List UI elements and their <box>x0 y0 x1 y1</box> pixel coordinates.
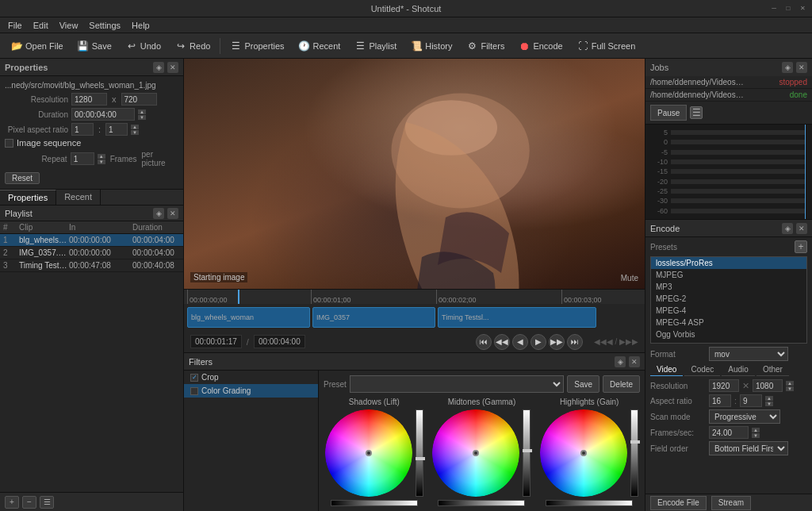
playhead[interactable] <box>238 290 239 304</box>
panel-float-btn[interactable]: ◈ <box>153 62 164 73</box>
jobs-float-btn[interactable]: ◈ <box>782 62 793 73</box>
highlights-dot[interactable] <box>580 450 587 456</box>
playlist-remove-btn[interactable]: − <box>22 496 36 509</box>
filters-button[interactable]: ⚙ Filters <box>460 36 511 56</box>
fps-input[interactable] <box>709 426 749 439</box>
encode-width-input[interactable] <box>709 379 739 392</box>
mute-button[interactable]: Mute <box>621 274 638 282</box>
panel-close-btn[interactable]: ✕ <box>167 62 178 73</box>
shadows-slider[interactable] <box>416 409 423 497</box>
duration-up[interactable]: ▲ <box>138 110 146 114</box>
res-down[interactable]: ▼ <box>786 386 794 391</box>
timeline-ruler[interactable]: 00:00:00;00 00:00:01;00 00:00:02;00 00:0… <box>184 290 645 304</box>
timeline-clip-3[interactable]: Timing Testsl... <box>438 307 596 328</box>
playlist-row[interactable]: 3 Timing Testsl... 00:00:47:08 00:00:40:… <box>0 259 183 272</box>
playlist-add-btn[interactable]: + <box>5 496 19 509</box>
maximize-btn[interactable]: □ <box>783 4 793 13</box>
preset-sony-psp[interactable]: Sony-PSP <box>651 340 806 344</box>
playlist-button[interactable]: ☰ Playlist <box>348 36 403 56</box>
shadows-slider-handle[interactable] <box>416 457 425 460</box>
preset-mp3[interactable]: MP3 <box>651 281 806 293</box>
open-file-button[interactable]: 📂 Open File <box>5 36 70 56</box>
goto-start-btn[interactable]: ⏮ <box>476 334 492 350</box>
encode-file-button[interactable]: Encode File <box>650 496 707 510</box>
menu-view[interactable]: View <box>55 18 83 33</box>
job-item-2[interactable]: /home/ddennedy/Videos/test.mov done <box>645 89 812 102</box>
save-preset-btn[interactable]: Save <box>567 375 599 393</box>
encode-button[interactable]: ⏺ Encode <box>512 36 569 56</box>
preset-ogg[interactable]: Ogg Vorbis <box>651 328 806 340</box>
ar-down[interactable]: ▼ <box>765 402 773 406</box>
tab-recent[interactable]: Recent <box>56 190 101 205</box>
goto-end-btn[interactable]: ⏭ <box>567 334 583 350</box>
preset-mpeg4asp[interactable]: MPEG-4 ASP <box>651 317 806 328</box>
shadows-bottom-slider[interactable] <box>331 500 418 506</box>
midtones-bottom-slider[interactable] <box>438 500 525 506</box>
filter-crop[interactable]: ✓ Crop <box>184 371 318 384</box>
shadows-wheel[interactable] <box>325 409 412 497</box>
playlist-menu-btn[interactable]: ☰ <box>40 496 54 509</box>
stream-button[interactable]: Stream <box>711 496 751 510</box>
fps-up[interactable]: ▲ <box>752 428 760 432</box>
add-preset-btn[interactable]: + <box>795 240 807 253</box>
filters-float-btn[interactable]: ◈ <box>615 356 626 367</box>
scan-mode-select[interactable]: Progressive <box>709 409 780 424</box>
reset-button[interactable]: Reset <box>5 172 40 184</box>
menu-help[interactable]: Help <box>127 18 155 33</box>
fullscreen-button[interactable]: ⛶ Full Screen <box>571 36 642 56</box>
timeline-clip-1[interactable]: blg_wheels_woman <box>187 307 310 328</box>
menu-settings[interactable]: Settings <box>84 18 125 33</box>
filters-close-btn[interactable]: ✕ <box>629 356 640 367</box>
res-up[interactable]: ▲ <box>786 381 794 386</box>
midtones-slider-handle[interactable] <box>523 449 532 452</box>
encode-panel-close-btn[interactable]: ✕ <box>796 223 807 234</box>
shadows-dot[interactable] <box>366 450 372 456</box>
par-n-input[interactable] <box>71 123 94 136</box>
highlights-slider[interactable] <box>630 409 638 497</box>
duration-input[interactable] <box>71 108 135 121</box>
midtones-slider[interactable] <box>523 409 530 497</box>
job-item-1[interactable]: /home/ddennedy/Videos/test.mov stopped <box>645 76 812 89</box>
resolution-height-input[interactable] <box>121 93 157 106</box>
menu-file[interactable]: File <box>3 18 27 33</box>
encode-tab-codec[interactable]: Codec <box>684 363 720 376</box>
playlist-float-btn[interactable]: ◈ <box>153 208 164 219</box>
playlist-row[interactable]: 1 blg_wheels_... 00:00:00:00 00:00:04:00 <box>0 234 183 247</box>
preset-mjpeg[interactable]: MJPEG <box>651 269 806 281</box>
step-fwd-btn[interactable]: ▶▶ <box>549 334 565 350</box>
timeline-track[interactable]: blg_wheels_woman IMG_0357 Timing Testsl.… <box>184 304 645 331</box>
delete-preset-btn[interactable]: Delete <box>603 375 640 393</box>
tab-properties[interactable]: Properties <box>0 190 56 205</box>
close-btn[interactable]: ✕ <box>798 4 807 13</box>
encode-tab-other[interactable]: Other <box>756 363 789 376</box>
repeat-value-input[interactable] <box>71 152 94 165</box>
recent-button[interactable]: 🕐 Recent <box>293 36 347 56</box>
highlights-wheel[interactable] <box>540 409 627 497</box>
playlist-row[interactable]: 2 IMG_0357.JPG 00:00:00:00 00:00:04:00 <box>0 247 183 259</box>
encode-float-btn[interactable]: ◈ <box>782 223 793 234</box>
par-d-input[interactable] <box>105 123 128 136</box>
format-select[interactable]: mov <box>709 347 788 361</box>
par-down[interactable]: ▼ <box>131 130 139 135</box>
filter-color-grading[interactable]: Color Grading <box>184 384 318 398</box>
encode-height-input[interactable] <box>753 379 783 392</box>
undo-button[interactable]: ↩ Undo <box>120 36 167 56</box>
save-button[interactable]: 💾 Save <box>71 36 118 56</box>
field-order-select[interactable]: Bottom Field First <box>709 441 788 455</box>
midtones-wheel[interactable] <box>432 409 519 497</box>
pause-button[interactable]: Pause <box>650 105 687 121</box>
properties-button[interactable]: ☰ Properties <box>224 36 290 56</box>
redo-button[interactable]: ↪ Redo <box>169 36 216 56</box>
preset-mpeg4[interactable]: MPEG-4 <box>651 305 806 317</box>
preset-lossless-prores[interactable]: lossless/ProRes <box>651 257 806 269</box>
jobs-close-btn[interactable]: ✕ <box>796 62 807 73</box>
ar-w-input[interactable] <box>709 394 731 407</box>
repeat-down[interactable]: ▼ <box>98 159 105 164</box>
highlights-bottom-slider[interactable] <box>546 500 633 506</box>
repeat-up[interactable]: ▲ <box>98 154 105 159</box>
highlights-slider-handle[interactable] <box>630 440 640 444</box>
duration-down[interactable]: ▼ <box>138 115 146 120</box>
menu-edit[interactable]: Edit <box>29 18 53 33</box>
playlist-close-btn[interactable]: ✕ <box>167 208 178 219</box>
history-button[interactable]: 📜 History <box>404 36 458 56</box>
